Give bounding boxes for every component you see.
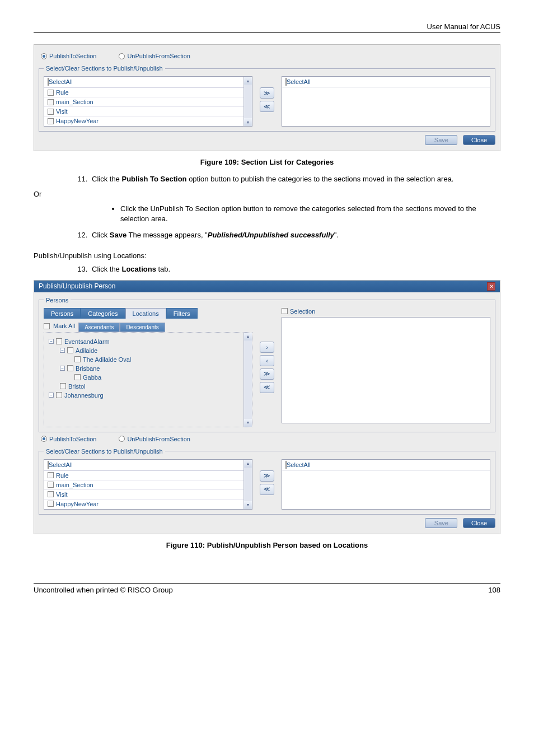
checkbox-icon[interactable] — [74, 374, 81, 380]
scrollbar[interactable]: ▴ ▾ — [243, 333, 252, 427]
sections-group: Select/Clear Sections to Publish/Unpubli… — [39, 448, 495, 515]
checkbox-icon[interactable] — [48, 472, 54, 478]
checkbox-icon[interactable] — [56, 338, 62, 344]
publish-unpublish-person-panel: Publish/Unpublish Person ✕ Persons Perso… — [34, 280, 500, 534]
page-footer: Uncontrolled when printed © RISCO Group … — [34, 583, 500, 594]
move-right-button[interactable]: › — [260, 342, 274, 353]
scroll-up-icon[interactable]: ▴ — [244, 333, 252, 340]
subtab-ascendants[interactable]: Ascendants — [78, 323, 120, 332]
unpublish-from-section-radio[interactable]: UnPublishFromSection — [119, 436, 190, 442]
page-number: 108 — [488, 586, 500, 594]
checkbox-icon[interactable] — [74, 356, 81, 362]
list-item[interactable]: HappyNewYear — [44, 116, 252, 125]
step-11: Click the Publish To Section option butt… — [90, 174, 500, 184]
checkbox-icon[interactable] — [48, 118, 54, 124]
move-left-button[interactable]: ‹ — [260, 355, 274, 366]
close-button[interactable]: Close — [463, 135, 495, 145]
unpublish-radio-label: UnPublishFromSection — [127, 436, 190, 442]
close-button[interactable]: Close — [463, 518, 495, 528]
list-item[interactable]: Rule — [44, 470, 252, 480]
scroll-up-icon[interactable]: ▴ — [244, 77, 252, 85]
tab-persons[interactable]: Persons — [44, 308, 81, 319]
button-row: Save Close — [39, 135, 495, 145]
save-button[interactable]: Save — [425, 518, 457, 528]
publish-to-section-radio[interactable]: PublishToSection — [41, 53, 96, 59]
tab-categories[interactable]: Categories — [81, 308, 125, 319]
scroll-down-icon[interactable]: ▾ — [244, 118, 252, 126]
list-item[interactable]: Visit — [44, 489, 252, 499]
step-12: Click Save The message appears, "Publish… — [90, 230, 500, 240]
collapse-icon[interactable]: − — [60, 348, 65, 353]
publish-radio-row: PublishToSection UnPublishFromSection — [41, 53, 495, 59]
collapse-icon[interactable]: − — [49, 393, 54, 398]
move-all-right-button[interactable]: ≫ — [260, 87, 274, 99]
list-item[interactable]: main_Section — [44, 480, 252, 489]
subtab-descendants[interactable]: Descendants — [120, 323, 165, 332]
sections-group-legend: Select/Clear Sections to Publish/Unpubli… — [44, 448, 165, 455]
move-all-left-button[interactable]: ≪ — [260, 382, 274, 393]
footer-left: Uncontrolled when printed © RISCO Group — [34, 586, 173, 594]
checkbox-icon[interactable] — [282, 308, 288, 314]
tab-locations[interactable]: Locations — [125, 308, 166, 319]
scrollbar[interactable]: ▴ ▾ — [243, 460, 252, 509]
mover-buttons: ≫ ≪ — [256, 459, 278, 495]
mover-buttons: › ‹ ≫ ≪ — [256, 308, 278, 393]
checkbox-icon[interactable] — [60, 383, 66, 389]
checkbox-icon[interactable] — [48, 482, 54, 488]
checkbox-icon[interactable] — [48, 90, 54, 96]
radio-dot-icon — [41, 53, 47, 59]
sections-group: Select/Clear Sections to Publish/Unpubli… — [39, 65, 495, 132]
mover-buttons: ≫ ≪ — [256, 76, 278, 112]
checkbox-icon[interactable] — [48, 99, 54, 105]
move-all-left-button[interactable]: ≪ — [260, 101, 274, 112]
save-button[interactable]: Save — [425, 135, 457, 145]
move-all-right-button[interactable]: ≫ — [260, 470, 274, 482]
move-all-left-button[interactable]: ≪ — [260, 484, 274, 495]
available-sections-listbox[interactable]: SelectAll Rule main_Section Visit HappyN… — [44, 76, 252, 127]
selectall-label: SelectAll — [49, 78, 73, 85]
close-icon[interactable]: ✕ — [487, 282, 495, 291]
list-item[interactable]: Visit — [44, 106, 252, 116]
figure-caption: Figure 110: Publish/Unpublish Person bas… — [34, 541, 500, 549]
or-text: Or — [34, 190, 500, 198]
checkbox-icon[interactable] — [67, 347, 73, 353]
persons-left-column: Persons Categories Locations Filters Mar… — [44, 308, 252, 427]
selected-sections-listbox[interactable]: SelectAll — [282, 459, 490, 510]
checkbox-icon[interactable] — [48, 501, 54, 507]
collapse-icon[interactable]: − — [60, 366, 65, 371]
unpublish-from-section-radio[interactable]: UnPublishFromSection — [119, 53, 190, 59]
locations-tree[interactable]: −EventsandAlarm −Adilaide The Adilaide O… — [44, 332, 252, 427]
checkbox-icon[interactable] — [44, 323, 50, 329]
publish-radio-label: PublishToSection — [49, 436, 96, 442]
publish-radio-label: PublishToSection — [49, 53, 96, 59]
selection-label: Selection — [290, 308, 315, 315]
tab-filters[interactable]: Filters — [166, 308, 198, 319]
scroll-down-icon[interactable]: ▾ — [244, 501, 252, 509]
selection-column: Selection — [282, 308, 490, 423]
main-tabs: Persons Categories Locations Filters — [44, 308, 252, 319]
publish-to-section-radio[interactable]: PublishToSection — [41, 436, 96, 442]
sections-group-legend: Select/Clear Sections to Publish/Unpubli… — [44, 65, 165, 72]
checkbox-icon[interactable] — [48, 491, 54, 497]
scroll-up-icon[interactable]: ▴ — [244, 460, 252, 468]
step-list: Click the Publish To Section option butt… — [90, 174, 500, 184]
radio-dot-icon — [41, 436, 47, 442]
list-item[interactable]: Rule — [44, 87, 252, 97]
selected-sections-listbox[interactable]: SelectAll — [282, 76, 490, 127]
persons-legend: Persons — [44, 297, 71, 304]
checkbox-icon[interactable] — [56, 392, 62, 398]
radio-dot-icon — [119, 53, 125, 59]
button-row: Save Close — [39, 518, 495, 528]
move-all-right-button[interactable]: ≫ — [260, 368, 274, 380]
list-item[interactable]: HappyNewYear — [44, 499, 252, 508]
list-item[interactable]: main_Section — [44, 97, 252, 106]
selectall-label: SelectAll — [287, 78, 311, 85]
selection-listbox[interactable] — [282, 317, 490, 423]
section-list-panel: PublishToSection UnPublishFromSection Se… — [34, 44, 500, 151]
checkbox-icon[interactable] — [67, 365, 73, 371]
collapse-icon[interactable]: − — [49, 339, 54, 344]
scroll-down-icon[interactable]: ▾ — [244, 419, 252, 427]
scrollbar[interactable]: ▴ ▾ — [243, 77, 252, 126]
checkbox-icon[interactable] — [48, 109, 54, 115]
available-sections-listbox[interactable]: SelectAll Rule main_Section Visit HappyN… — [44, 459, 252, 510]
